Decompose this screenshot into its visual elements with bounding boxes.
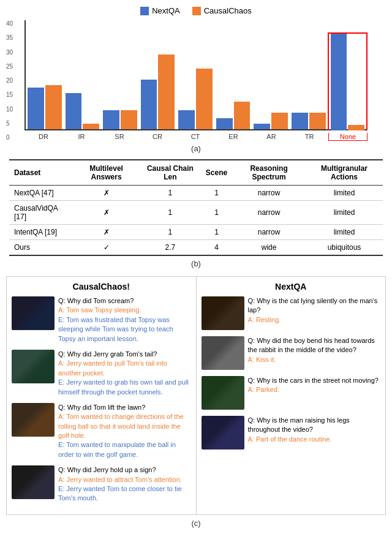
legend-item: NextQA — [140, 6, 180, 15]
example-text: Q: Why is the cars in the street not mov… — [248, 376, 381, 395]
table-cell: limited — [306, 186, 383, 201]
y-tick: 15 — [6, 91, 13, 98]
table-cell: 2.7 — [140, 240, 201, 256]
y-tick: 20 — [6, 77, 13, 84]
table-cell: Ours — [9, 240, 73, 256]
bar-chart — [24, 20, 368, 130]
example-answer: A: Tom wanted to change directions of th… — [58, 413, 184, 439]
y-tick: 0 — [6, 134, 13, 141]
x-label-dr: DR — [24, 133, 62, 141]
x-label-ar: AR — [252, 133, 290, 141]
bar-group-cr — [139, 55, 177, 129]
x-labels: DRIRSRCRCTERARTRNone — [24, 133, 368, 141]
bar-group-ar — [252, 113, 290, 129]
table-cell: 1 — [140, 186, 201, 201]
bar-causal-sr — [121, 110, 137, 129]
x-label-ir: IR — [62, 133, 100, 141]
example-text: Q: Why did Tom scream? A: Tom saw Topsy … — [58, 296, 191, 344]
bar-causal-none — [348, 125, 364, 130]
table-cell: 1 — [140, 201, 201, 225]
table-header: Multigranular Actions — [306, 160, 383, 186]
example-question: Q: Why is the cars in the street not mov… — [248, 377, 379, 384]
x-label-cr: CR — [138, 133, 176, 141]
bar-causal-er — [234, 102, 251, 129]
example-answer: A: Jerry wanted to pull Tom's tail into … — [58, 359, 167, 376]
example-answer: A: Jerry wanted to attract Tom's attenti… — [58, 476, 182, 483]
table-cell: 1 — [201, 186, 232, 201]
example-explanation: E: Tom wanted to manipulate the ball in … — [58, 441, 176, 457]
example-text: Q: Why is the cat lying silently on the … — [248, 296, 381, 325]
left-examples-col: CausalChaos! Q: Why did Tom scream? A: T… — [7, 277, 197, 514]
bar-causal-cr — [158, 55, 175, 129]
table-row: NextQA [47]✗11narrowlimited — [9, 186, 383, 201]
table-cell: 1 — [201, 201, 232, 225]
table-cell: NextQA [47] — [9, 186, 73, 201]
y-axis: 0510152025303540 — [6, 20, 13, 141]
table-row: IntentQA [19]✗11narrowlimited — [9, 225, 383, 240]
example-explanation: E: Jerry wanted to grab his own tail and… — [58, 378, 189, 395]
table-cell: ✓ — [73, 240, 140, 256]
table-header: Scene — [201, 160, 232, 186]
example-question: Q: Why is the cat lying silently on the … — [248, 297, 378, 314]
example-question: Q: Why did Tom lift the lawn? — [58, 404, 145, 411]
chart-legend: NextQACausalChaos — [12, 6, 380, 15]
example-text: Q: Why did the boy bend his head towards… — [248, 336, 381, 364]
bar-group-tr — [290, 113, 328, 129]
bar-group-ir — [64, 93, 102, 129]
example-question: Q: Why did Jerry hold up a sign? — [58, 466, 156, 473]
table-section: DatasetMultilevel AnswersCausal Chain Le… — [0, 159, 392, 276]
table-header: Causal Chain Len — [140, 160, 201, 186]
example-thumb — [12, 465, 55, 499]
example-thumb — [12, 296, 55, 330]
example-text: Q: Why did Tom lift the lawn? A: Tom wan… — [58, 403, 191, 459]
example-thumb — [202, 336, 244, 370]
legend-color — [140, 7, 149, 15]
table-row: Ours✓2.74wideubiquitous — [9, 240, 383, 256]
table-cell: ✗ — [73, 201, 140, 225]
example-question: Q: Why did Tom scream? — [58, 297, 134, 304]
table-cell: narrow — [232, 225, 306, 240]
table-cell: 4 — [201, 240, 232, 256]
bar-causal-ir — [83, 124, 99, 129]
table-header: Reasoning Spectrum — [232, 160, 306, 186]
example-thumb — [12, 403, 55, 437]
bar-causal-tr — [309, 113, 326, 129]
examples-section: CausalChaos! Q: Why did Tom scream? A: T… — [6, 276, 386, 515]
right-col-title: NextQA — [202, 282, 381, 292]
table-cell: ubiquitous — [306, 240, 383, 256]
bar-nextqa-er — [216, 118, 233, 129]
example-question: Q: Why did the boy bend his head towards… — [248, 337, 375, 353]
bar-group-none — [328, 32, 368, 130]
example-thumb — [202, 416, 244, 450]
bar-nextqa-tr — [292, 113, 308, 129]
right-example-item-2: Q: Why is the cars in the street not mov… — [202, 376, 381, 410]
chart-caption: (a) — [12, 144, 380, 153]
y-tick: 30 — [6, 49, 13, 56]
right-example-item-3: Q: Why is the man raising his legs throu… — [202, 416, 381, 450]
legend-label: CausalChaos — [204, 6, 252, 15]
example-answer: A: Tom saw Topsy sleeping. — [58, 306, 141, 314]
y-tick: 40 — [6, 20, 13, 27]
x-label-tr: TR — [290, 133, 328, 141]
right-example-item-1: Q: Why did the boy bend his head towards… — [202, 336, 381, 370]
table-header: Dataset — [9, 160, 73, 186]
right-example-item-0: Q: Why is the cat lying silently on the … — [202, 296, 381, 330]
example-question: Q: Why did Jerry grab Tom's tail? — [58, 350, 157, 358]
bar-group-dr — [26, 85, 64, 129]
bar-nextqa-sr — [103, 110, 119, 129]
example-answer: A: Parked. — [248, 386, 279, 393]
comparison-table: DatasetMultilevel AnswersCausal Chain Le… — [9, 159, 383, 256]
table-cell: 1 — [201, 225, 232, 240]
example-explanation: E: Tom was frustrated that Topsy was sle… — [58, 316, 173, 342]
example-thumb — [202, 376, 244, 410]
y-tick: 5 — [6, 120, 13, 127]
example-question: Q: Why is the man raising his legs throu… — [248, 416, 350, 433]
example-thumb — [12, 350, 55, 383]
left-col-title: CausalChaos! — [12, 282, 191, 292]
legend-label: NextQA — [152, 6, 180, 15]
legend-color — [192, 7, 201, 15]
bar-nextqa-none — [331, 34, 347, 130]
y-tick: 10 — [6, 106, 13, 113]
table-cell: CausalVidQA [17] — [9, 201, 73, 225]
table-cell: IntentQA [19] — [9, 225, 73, 240]
